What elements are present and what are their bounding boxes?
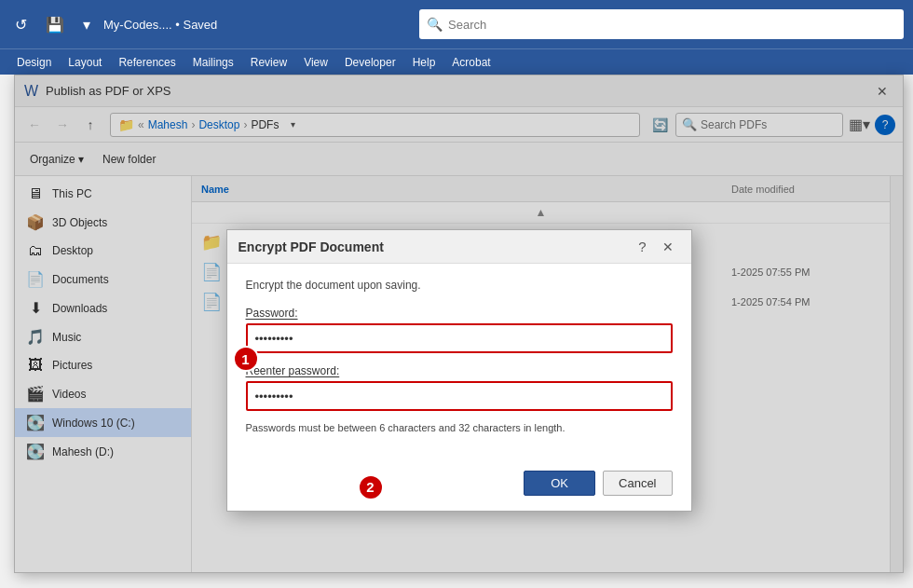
encrypt-note: Passwords must be between 6 characters a…: [246, 422, 673, 433]
menu-layout[interactable]: Layout: [61, 53, 109, 72]
reenter-password-label: Reenter password:: [246, 364, 673, 377]
save-button[interactable]: 💾: [40, 12, 70, 37]
encrypt-description: Encrypt the document upon saving.: [246, 279, 673, 292]
quick-access-dropdown[interactable]: ▾: [77, 12, 96, 37]
reenter-password-input-wrapper: [246, 381, 673, 411]
file-dialog: W Publish as PDF or XPS ✕ ← → ↑ 📁 « Mahe…: [14, 75, 904, 573]
menu-view[interactable]: View: [296, 53, 335, 72]
menu-help[interactable]: Help: [405, 53, 443, 72]
menu-references[interactable]: References: [111, 53, 183, 72]
menu-mailings[interactable]: Mailings: [185, 53, 241, 72]
overlay: Encrypt PDF Document ? ✕ Encrypt the doc…: [15, 75, 903, 572]
undo-button[interactable]: ↺: [9, 12, 33, 37]
search-icon: 🔍: [427, 17, 443, 32]
password-input[interactable]: [248, 325, 671, 351]
encrypt-body: Encrypt the document upon saving. 1 Pass…: [227, 264, 691, 463]
document-title: My-Codes.... • Saved: [103, 18, 217, 32]
encrypt-dialog-title: Encrypt PDF Document: [238, 239, 634, 254]
word-search-input[interactable]: [448, 18, 896, 32]
password-field-group: Password:: [246, 307, 673, 353]
encrypt-close-button[interactable]: ✕: [656, 235, 680, 259]
encrypt-footer: 2 OK Cancel: [227, 463, 691, 511]
encrypt-help-button[interactable]: ?: [633, 237, 651, 256]
password-label: Password:: [246, 307, 673, 320]
encrypt-dialog: Encrypt PDF Document ? ✕ Encrypt the doc…: [226, 229, 692, 512]
password-input-wrapper: [246, 323, 673, 353]
menu-developer[interactable]: Developer: [337, 53, 403, 72]
cancel-button[interactable]: Cancel: [603, 471, 672, 496]
word-topbar: ↺ 💾 ▾ My-Codes.... • Saved 🔍: [0, 0, 913, 48]
menu-review[interactable]: Review: [243, 53, 294, 72]
menu-design[interactable]: Design: [9, 53, 59, 72]
word-topbar-left: ↺ 💾 ▾ My-Codes.... • Saved: [9, 12, 412, 37]
step-badge-2: 2: [358, 474, 384, 500]
reenter-password-field-group: Reenter password:: [246, 364, 673, 411]
reenter-password-input[interactable]: [248, 383, 671, 409]
menu-acrobat[interactable]: Acrobat: [444, 53, 497, 72]
encrypt-titlebar: Encrypt PDF Document ? ✕: [227, 230, 691, 264]
ok-button[interactable]: OK: [524, 471, 595, 496]
word-menubar: Design Layout References Mailings Review…: [0, 48, 913, 75]
step-badge-1: 1: [233, 346, 259, 372]
word-search-box[interactable]: 🔍: [419, 9, 904, 39]
encrypt-form-section: 1 Password: Reenter password:: [246, 307, 673, 411]
